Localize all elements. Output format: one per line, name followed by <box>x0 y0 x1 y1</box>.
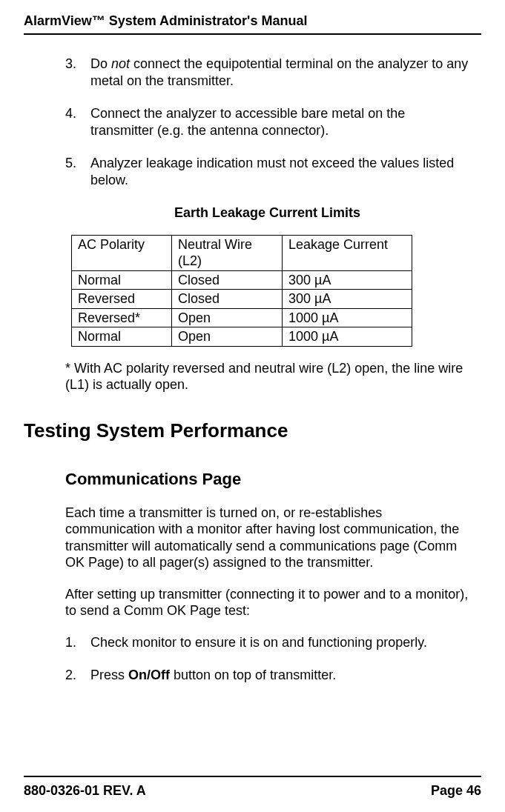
section-heading: Testing System Performance <box>24 419 469 443</box>
table-cell: Reversed* <box>72 308 172 327</box>
table-cell: Closed <box>172 290 283 309</box>
table-header-cell: Leakage Current <box>283 235 412 270</box>
footer-page-number: Page 46 <box>431 783 481 799</box>
list-number: 2. <box>65 667 90 684</box>
procedure-list-2: 1. Check monitor to ensure it is on and … <box>65 634 469 684</box>
list-number: 1. <box>65 634 90 651</box>
paragraph: After setting up transmitter (connecting… <box>65 586 469 619</box>
list-text: Check monitor to ensure it is on and fun… <box>90 634 469 651</box>
list-item: 2. Press On/Off button on top of transmi… <box>65 667 469 684</box>
paragraph: Each time a transmitter is turned on, or… <box>65 505 469 571</box>
subsection-heading: Communications Page <box>65 469 469 490</box>
emphasis: not <box>111 56 130 71</box>
text-fragment: Do <box>90 56 111 71</box>
table-row: Reversed* Open 1000 µA <box>72 308 412 327</box>
footer-doc-id: 880-0326-01 REV. A <box>24 783 146 799</box>
list-number: 4. <box>65 105 90 139</box>
page-footer: 880-0326-01 REV. A Page 46 <box>24 776 481 799</box>
text-fragment: connect the equipotential terminal on th… <box>90 56 468 88</box>
table-cell: Closed <box>172 270 283 290</box>
list-item: 4. Connect the analyzer to accessible ba… <box>65 105 469 139</box>
table-row: AC Polarity Neutral Wire (L2) Leakage Cu… <box>72 235 412 270</box>
text-fragment: button on top of transmitter. <box>170 668 336 682</box>
page-content: 3. Do not connect the equipotential term… <box>24 35 481 776</box>
page-header: AlarmView™ System Administrator's Manual <box>24 13 481 35</box>
table-cell: 1000 µA <box>283 327 412 347</box>
table-cell: Open <box>172 327 283 347</box>
list-number: 5. <box>65 155 90 188</box>
list-text: Press On/Off button on top of transmitte… <box>90 667 469 684</box>
leakage-table: AC Polarity Neutral Wire (L2) Leakage Cu… <box>71 235 412 347</box>
list-item: 3. Do not connect the equipotential term… <box>65 56 469 89</box>
table-title: Earth Leakage Current Limits <box>65 204 469 222</box>
list-item: 1. Check monitor to ensure it is on and … <box>65 634 469 651</box>
list-text: Do not connect the equipotential termina… <box>90 56 469 89</box>
table-row: Normal Open 1000 µA <box>72 327 412 347</box>
table-row: Normal Closed 300 µA <box>72 270 412 290</box>
table-footnote: * With AC polarity reversed and neutral … <box>65 360 469 393</box>
table-header-cell: AC Polarity <box>72 235 172 270</box>
table-header-cell: Neutral Wire (L2) <box>172 235 283 270</box>
table-cell: Normal <box>72 327 172 347</box>
strong: On/Off <box>128 668 170 682</box>
list-number: 3. <box>65 56 90 89</box>
table-row: Reversed Closed 300 µA <box>72 290 412 309</box>
table-cell: 300 µA <box>283 290 412 309</box>
table-cell: Normal <box>72 270 172 290</box>
list-item: 5. Analyzer leakage indication must not … <box>65 155 469 188</box>
procedure-list-1: 3. Do not connect the equipotential term… <box>65 56 469 188</box>
table-cell: 1000 µA <box>283 308 412 327</box>
list-text: Analyzer leakage indication must not exc… <box>90 155 469 188</box>
table-cell: Reversed <box>72 290 172 309</box>
table-cell: 300 µA <box>283 270 412 290</box>
text-fragment: Press <box>90 668 128 682</box>
table-cell: Open <box>172 308 283 327</box>
list-text: Connect the analyzer to accessible bare … <box>90 105 469 139</box>
